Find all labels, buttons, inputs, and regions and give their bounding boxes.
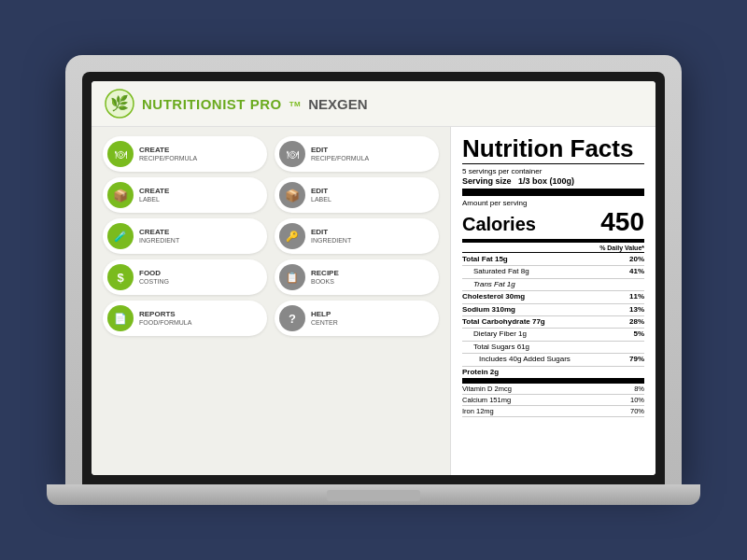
app-trademark: TM (289, 100, 302, 108)
calories-row: Calories 450 (462, 207, 644, 243)
nutrition-facts-panel: Nutrition Facts 5 servings per container… (450, 127, 655, 475)
create-label-text: CreateLABEL (139, 187, 169, 203)
menu-row-1: 🍽 CreateRECIPE/FORMULA 🍽 EditRECIPE/FORM… (103, 136, 439, 172)
laptop-base (47, 484, 700, 505)
servings-per-container: 5 servings per container (462, 167, 644, 175)
create-ingredient-icon: 🧪 (107, 223, 134, 249)
menu-row-4: $ FoodCOSTING 📋 RecipeBOOKS (103, 259, 439, 295)
edit-recipe-button[interactable]: 🍽 EditRECIPE/FORMULA (275, 136, 439, 172)
create-recipe-text: CreateRECIPE/FORMULA (139, 146, 197, 162)
recipe-books-icon: 📋 (279, 264, 305, 290)
calcium-row: Calcium 151mg 10% (462, 395, 644, 406)
food-costing-text: FoodCOSTING (139, 269, 169, 286)
laptop-container: 🌿 NUTRITIONIST PRO TM NEXGEN (47, 55, 700, 505)
create-label-icon: 📦 (107, 182, 134, 208)
edit-label-text: EditLABEL (311, 187, 331, 203)
edit-label-button[interactable]: 📦 EditLABEL (275, 177, 439, 213)
create-recipe-button[interactable]: 🍽 CreateRECIPE/FORMULA (103, 136, 267, 172)
nutrient-cholesterol: Cholesterol 30mg 11% (462, 291, 644, 303)
svg-text:🌿: 🌿 (110, 94, 129, 112)
screen-bezel: 🌿 NUTRITIONIST PRO TM NEXGEN (82, 72, 665, 484)
daily-value-header: % Daily Value* (462, 245, 644, 253)
amount-per-serving: Amount per serving (462, 199, 644, 207)
nutrient-added-sugars: Includes 40g Added Sugars 79% (462, 354, 644, 366)
app-logo-icon: 🌿 (105, 89, 134, 119)
menu-row-3: 🧪 CreateINGREDIENT 🔑 EditINGREDIENT (103, 218, 439, 254)
create-ingredient-button[interactable]: 🧪 CreateINGREDIENT (103, 218, 267, 254)
calories-value: 450 (600, 207, 644, 237)
nutrient-trans-fat: Trans Fat 1g (462, 279, 644, 291)
serving-size: Serving size 1/3 box (100g) (462, 176, 644, 196)
create-label-button[interactable]: 📦 CreateLABEL (103, 177, 267, 213)
create-ingredient-text: CreateINGREDIENT (139, 228, 179, 245)
nutrient-total-sugars: Total Sugars 61g (462, 342, 644, 354)
reports-button[interactable]: 📄 ReportsFOOD/FORMULA (103, 301, 267, 336)
menu-row-5: 📄 ReportsFOOD/FORMULA ? HelpCENTER (103, 301, 439, 336)
help-center-button[interactable]: ? HelpCENTER (275, 301, 439, 336)
recipe-books-button[interactable]: 📋 RecipeBOOKS (275, 259, 439, 295)
reports-text: ReportsFOOD/FORMULA (139, 310, 191, 327)
help-center-text: HelpCENTER (311, 310, 338, 327)
edit-ingredient-icon: 🔑 (279, 223, 305, 249)
app-subtitle: NEXGEN (308, 96, 367, 112)
reports-icon: 📄 (107, 305, 134, 331)
nutrient-protein: Protein 2g (462, 367, 644, 384)
vitamin-d-row: Vitamin D 2mcg 8% (462, 384, 644, 395)
nutrient-total-fat: Total Fat 15g 20% (462, 254, 644, 266)
laptop-screen-area: 🌿 NUTRITIONIST PRO TM NEXGEN (65, 55, 682, 484)
nutrient-total-carb: Total Carbohydrate 77g 28% (462, 316, 644, 329)
menu-row-2: 📦 CreateLABEL 📦 EditLABEL (103, 177, 439, 213)
app-title: NUTRITIONIST PRO (142, 96, 282, 112)
app-left-panel: 🍽 CreateRECIPE/FORMULA 🍽 EditRECIPE/FORM… (92, 127, 450, 475)
serving-size-value: 1/3 box (100g) (518, 176, 574, 186)
edit-recipe-text: EditRECIPE/FORMULA (311, 146, 369, 162)
food-costing-icon: $ (107, 264, 134, 290)
laptop-trackpad (327, 490, 420, 501)
iron-row: Iron 12mg 70% (462, 406, 644, 417)
help-center-icon: ? (279, 305, 305, 331)
nutrient-dietary-fiber: Dietary Fiber 1g 5% (462, 329, 644, 341)
edit-label-icon: 📦 (279, 182, 305, 208)
serving-size-label: Serving size (462, 176, 512, 186)
edit-ingredient-text: EditINGREDIENT (311, 228, 351, 245)
edit-ingredient-button[interactable]: 🔑 EditINGREDIENT (275, 218, 439, 254)
recipe-books-text: RecipeBOOKS (311, 269, 339, 286)
nutrient-saturated-fat: Saturated Fat 8g 41% (462, 266, 644, 278)
create-recipe-icon: 🍽 (107, 141, 134, 167)
laptop-screen: 🌿 NUTRITIONIST PRO TM NEXGEN (92, 81, 655, 475)
screen-content: 🌿 NUTRITIONIST PRO TM NEXGEN (92, 81, 655, 475)
app-header: 🌿 NUTRITIONIST PRO TM NEXGEN (92, 81, 655, 127)
food-costing-button[interactable]: $ FoodCOSTING (103, 259, 267, 295)
app-main: 🍽 CreateRECIPE/FORMULA 🍽 EditRECIPE/FORM… (92, 127, 655, 475)
nutrition-facts-title: Nutrition Facts (462, 136, 644, 164)
edit-recipe-icon: 🍽 (279, 141, 305, 167)
calories-label: Calories (462, 214, 536, 235)
nutrient-sodium: Sodium 310mg 13% (462, 304, 644, 316)
